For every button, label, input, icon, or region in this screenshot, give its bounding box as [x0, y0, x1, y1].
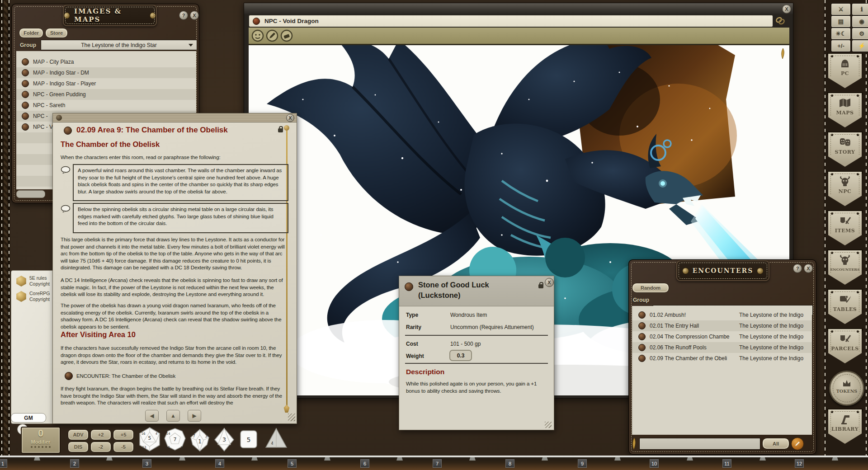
- chat-module-entry: CoreRPG Copyright: [16, 291, 50, 302]
- minus5-button[interactable]: -5: [113, 442, 134, 452]
- encounter-name: 02.06 The Runoff Pools: [650, 344, 739, 351]
- resize-grip[interactable]: [288, 414, 295, 421]
- nav-up-button[interactable]: ▲: [166, 410, 180, 422]
- description-heading: Description: [406, 368, 444, 376]
- list-item[interactable]: MAP - Indigo Star - DM: [16, 67, 196, 78]
- chat-speaker-label[interactable]: GM: [11, 413, 46, 423]
- modifier-box[interactable]: 0 Modifier: [21, 427, 61, 454]
- d8-die[interactable]: 3 5: [213, 428, 235, 452]
- close-button[interactable]: X: [286, 114, 294, 122]
- chevron-down-icon: [189, 44, 193, 47]
- pencil-icon: [795, 441, 800, 446]
- sidebar-modifiers-button[interactable]: +/-: [831, 40, 851, 52]
- edit-pencil-button[interactable]: [791, 437, 804, 450]
- close-button[interactable]: X: [804, 264, 813, 273]
- d20-die[interactable]: 5 16 4 13: [138, 427, 161, 452]
- sidebar-tokens-button[interactable]: TOKENS: [829, 371, 864, 406]
- story-heading-2: After Visiting Area 10: [61, 330, 136, 339]
- encounter-row[interactable]: 02.09 The Chamber of the Obeli The Leyst…: [632, 353, 812, 364]
- close-button[interactable]: X: [782, 5, 791, 14]
- list-item[interactable]: NPC - Sareth: [16, 100, 196, 111]
- crown-icon: [840, 378, 854, 388]
- npc-name-field[interactable]: NPC - Void Dragon: [249, 15, 773, 27]
- pencil-icon[interactable]: [266, 29, 278, 42]
- d6-die[interactable]: 5: [239, 429, 259, 450]
- nav-next-button[interactable]: ▶: [188, 410, 201, 422]
- list-item[interactable]: MAP - City Plaza: [16, 56, 196, 67]
- module-copyright: Copyright: [29, 281, 50, 287]
- horizontal-scrollbar-thumb[interactable]: [16, 190, 45, 198]
- images-group-dropdown[interactable]: The Leystone of the Indigo Star: [41, 40, 197, 50]
- plus2-button[interactable]: +2: [90, 429, 111, 440]
- d4-die[interactable]: 4: [264, 428, 288, 451]
- sidebar-day-night-button[interactable]: ☀☾: [831, 28, 851, 40]
- list-item[interactable]: NPC - Green Pudding: [16, 89, 196, 100]
- encounters-list: 01.02 Ambush! The Leystone of the Indigo…: [632, 306, 812, 435]
- encounter-name: 02.04 The Compression Chambe: [650, 334, 739, 340]
- dis-button[interactable]: DIS: [68, 442, 89, 452]
- divider: [405, 335, 548, 336]
- encounter-link[interactable]: ENCOUNTER: The Chamber of the Obelisk: [76, 373, 266, 380]
- nav-prev-button[interactable]: ◀: [145, 410, 159, 422]
- sidebar-info-button[interactable]: ℹ: [852, 3, 868, 15]
- all-filter-button[interactable]: All: [762, 438, 789, 449]
- ruler-tick: [687, 457, 693, 461]
- encounter-row[interactable]: 02.04 The Compression Chambe The Leyston…: [632, 331, 812, 342]
- story-titlebar[interactable]: [53, 113, 297, 122]
- armor-sword-icon: [838, 215, 852, 227]
- list-item-label: NPC - V: [33, 124, 53, 130]
- quill-icon[interactable]: [631, 437, 637, 450]
- sidebar-options-button[interactable]: ⚙: [852, 28, 868, 40]
- encounter-row[interactable]: 02.06 The Runoff Pools The Leystone of t…: [632, 342, 812, 353]
- help-button[interactable]: ?: [793, 264, 802, 273]
- portrait-token-icon[interactable]: [251, 29, 264, 42]
- banner-label: NPC: [839, 188, 852, 194]
- help-button[interactable]: ?: [179, 11, 188, 20]
- encounter-link-icon[interactable]: [65, 372, 73, 380]
- swords-icon: ⚔: [838, 6, 844, 13]
- lock-icon[interactable]: [278, 128, 283, 132]
- encounter-row[interactable]: 01.02 Ambush! The Leystone of the Indigo: [632, 310, 812, 320]
- close-button[interactable]: X: [190, 11, 199, 20]
- list-item-label: MAP - City Plaza: [33, 59, 74, 65]
- folder-button[interactable]: Folder: [19, 28, 43, 38]
- speech-bubble-icon: [61, 205, 71, 213]
- readaloud-box[interactable]: Below the spinning obelisk sits a circul…: [73, 203, 288, 233]
- module-name: CoreRPG: [29, 291, 50, 296]
- sidebar-effects-button[interactable]: ⚡: [852, 40, 868, 52]
- quill-marker-icon[interactable]: [779, 48, 787, 60]
- encounter-id-input[interactable]: [639, 438, 760, 450]
- store-button[interactable]: Store: [45, 28, 68, 38]
- npc-window-titlebar[interactable]: [244, 3, 793, 14]
- tabletop-ruler[interactable]: 1 2 3 4 5 6 7 8 9 10 11 12: [0, 457, 868, 470]
- sidebar-swords-button[interactable]: ⚔: [831, 3, 851, 15]
- readaloud-box[interactable]: A powerful wind roars around this vast c…: [73, 164, 288, 201]
- helmet-icon: [838, 58, 852, 70]
- encounters-title-plaque[interactable]: ENCOUNTERS: [676, 260, 769, 281]
- armor-sword-icon: [838, 333, 852, 345]
- sidebar-palette-button[interactable]: ◉: [852, 15, 868, 28]
- lock-icon[interactable]: [538, 284, 543, 288]
- link-chain-icon[interactable]: [775, 16, 786, 26]
- eraser-icon[interactable]: [280, 29, 293, 42]
- stitch-line: [825, 0, 826, 456]
- list-item[interactable]: MAP - Indigo Star - Player: [16, 78, 196, 89]
- close-button[interactable]: X: [545, 278, 554, 287]
- plus5-button[interactable]: +5: [113, 429, 134, 440]
- ruler-tick: [34, 457, 40, 461]
- random-button[interactable]: Random: [632, 283, 669, 293]
- field-value: Wondrous Item: [450, 312, 487, 318]
- die-face-value: 5: [148, 435, 151, 441]
- d12-die[interactable]: 7 14 8 10: [164, 428, 186, 452]
- d10-die[interactable]: 1 7 3: [189, 428, 211, 452]
- images-maps-title-plaque[interactable]: IMAGES & MAPS: [63, 5, 157, 26]
- story-paragraph: The power of the obelisk has drawn a you…: [61, 302, 287, 331]
- encounter-row[interactable]: 02.01 The Entry Hall The Leystone of the…: [632, 320, 812, 331]
- weight-value-box[interactable]: 0.3: [449, 350, 472, 361]
- sidebar-book-button[interactable]: ▤: [831, 15, 851, 28]
- cord-knob-icon: [284, 125, 289, 131]
- field-label: Cost: [406, 341, 418, 347]
- adv-button[interactable]: ADV: [68, 429, 89, 440]
- minus2-button[interactable]: -2: [90, 442, 111, 452]
- resize-grip[interactable]: [545, 422, 552, 428]
